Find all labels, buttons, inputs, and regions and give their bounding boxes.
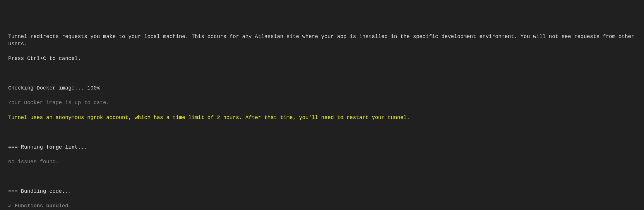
blank-line [8, 129, 636, 136]
lint-command: forge lint... [46, 144, 87, 150]
bundle-result-line: ✔ Functions bundled. [8, 202, 636, 210]
cancel-instruction: Press Ctrl+C to cancel. [8, 55, 636, 62]
docker-checking: Checking Docker image... 100% [8, 85, 636, 92]
blank-line [8, 173, 636, 180]
lint-header: === Running forge lint... [8, 144, 636, 151]
docker-uptodate: Your Docker image is up to date. [8, 99, 636, 106]
lint-result: No issues found. [8, 158, 636, 166]
bundle-result: Functions bundled. [11, 203, 71, 209]
lint-header-prefix: === Running [8, 144, 46, 150]
tunnel-intro-text: Tunnel redirects requests you make to yo… [8, 33, 636, 48]
ngrok-warning: Tunnel uses an anonymous ngrok account, … [8, 114, 636, 121]
check-icon: ✔ [8, 203, 11, 209]
blank-line [8, 70, 636, 77]
bundle-header: === Bundling code... [8, 188, 636, 195]
